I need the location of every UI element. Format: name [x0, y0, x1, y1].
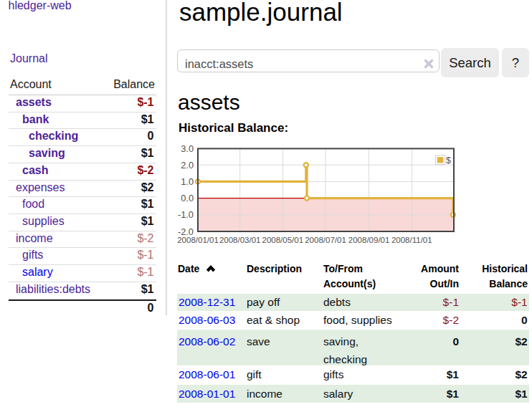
- svg-text:2008/11/01: 2008/11/01: [391, 236, 432, 244]
- svg-text:-1.0: -1.0: [178, 209, 194, 220]
- svg-text:3.0: 3.0: [181, 143, 194, 154]
- svg-text:2008/09/01: 2008/09/01: [348, 236, 390, 244]
- svg-text:2008/03/01: 2008/03/01: [219, 236, 261, 244]
- svg-text:2.0: 2.0: [181, 160, 194, 171]
- svg-text:$: $: [446, 155, 451, 166]
- svg-text:2008/07/01: 2008/07/01: [305, 236, 346, 244]
- svg-text:0.0: 0.0: [181, 193, 194, 203]
- svg-text:2008/05/01: 2008/05/01: [262, 236, 304, 244]
- svg-text:2008/01/01: 2008/01/01: [177, 236, 219, 244]
- svg-text:1.0: 1.0: [181, 176, 194, 187]
